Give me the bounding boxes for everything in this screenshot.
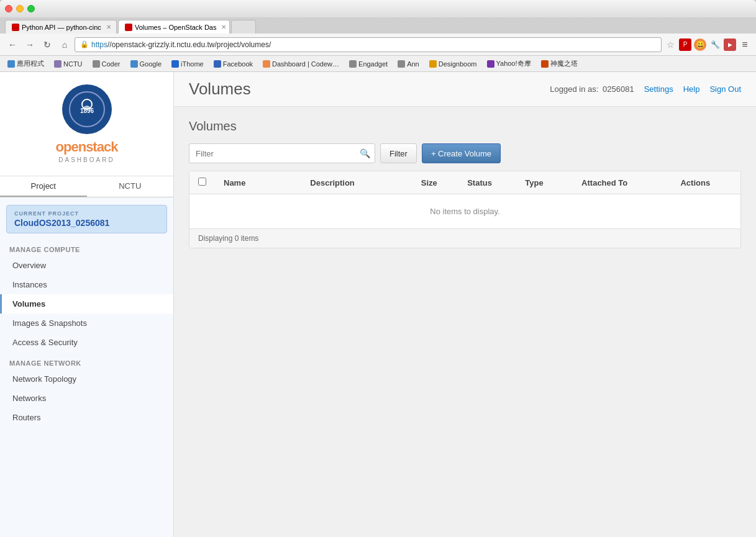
table-header-row: Name Description Size Status Type Attach… bbox=[189, 171, 740, 194]
minimize-button[interactable] bbox=[16, 5, 24, 12]
col-header-actions: Actions bbox=[672, 171, 740, 194]
sidebar-tabs: Project NCTU bbox=[0, 176, 173, 197]
tab-label-2: Volumes – OpenStack Das bbox=[135, 24, 216, 31]
openstack-logo-svg: 1896 bbox=[68, 91, 106, 128]
sidebar-item-network-topology-label: Network Topology bbox=[12, 374, 76, 384]
page-content: 1896 openstack DASHBOARD Project NCTU bbox=[0, 72, 756, 537]
bookmark-ann[interactable]: Ann bbox=[395, 59, 422, 69]
bookmark-engadget[interactable]: Engadget bbox=[347, 59, 390, 69]
current-project-label: CURRENT PROJECT bbox=[14, 210, 159, 217]
url-text: https//openstack-grizzly.it.nctu.edu.tw/… bbox=[91, 40, 271, 49]
sign-out-link[interactable]: Sign Out bbox=[709, 84, 741, 94]
browser-icon-4[interactable]: ▶ bbox=[724, 38, 736, 51]
col-header-check bbox=[189, 171, 215, 194]
sidebar: 1896 openstack DASHBOARD Project NCTU bbox=[0, 72, 174, 537]
tab-label-1: Python API — python-cinc bbox=[22, 24, 101, 31]
header-user-info: Logged in as: 0256081 Settings Help Sign… bbox=[550, 84, 741, 94]
bookmark-google[interactable]: Google bbox=[128, 59, 164, 69]
main-body: Volumes 🔍 Filter + Create Volume bbox=[174, 107, 756, 261]
help-link[interactable]: Help bbox=[683, 84, 700, 94]
openstack-brand-text: openstack bbox=[12, 139, 161, 155]
yahoo-icon bbox=[487, 60, 494, 68]
google-icon bbox=[130, 60, 138, 68]
browser-icon-1[interactable]: P bbox=[679, 38, 691, 51]
sidebar-item-networks-label: Networks bbox=[12, 394, 46, 403]
tab-favicon-2 bbox=[125, 24, 132, 31]
sidebar-item-network-topology[interactable]: Network Topology bbox=[0, 369, 173, 389]
tabs-bar: Python API — python-cinc ✕ Volumes – Ope… bbox=[0, 17, 756, 34]
bookmark-label-dashboard: Dashboard | Codew… bbox=[272, 60, 339, 68]
browser-icon-2[interactable]: 😀 bbox=[694, 38, 706, 51]
sidebar-item-volumes[interactable]: Volumes bbox=[0, 294, 173, 314]
sidebar-item-networks[interactable]: Networks bbox=[0, 389, 173, 408]
bookmark-label-engadget: Engadget bbox=[358, 60, 388, 68]
section-title: Volumes bbox=[189, 119, 741, 133]
sidebar-item-volumes-label: Volumes bbox=[12, 299, 45, 309]
bookmark-ithome[interactable]: iThome bbox=[169, 59, 206, 69]
bookmarks-bar: 應用程式 NCTU Coder Google iThome Facebook D… bbox=[0, 56, 756, 72]
dashboard-icon bbox=[263, 60, 270, 68]
browser-tab-2[interactable]: Volumes – OpenStack Das ✕ bbox=[118, 20, 230, 34]
create-volume-button[interactable]: + Create Volume bbox=[422, 143, 501, 163]
main-header: Volumes Logged in as: 0256081 Settings H… bbox=[174, 72, 756, 107]
tab-close-1[interactable]: ✕ bbox=[106, 24, 111, 30]
close-button[interactable] bbox=[5, 5, 12, 12]
bookmark-label-coder: Coder bbox=[102, 60, 121, 68]
sidebar-item-images-snapshots[interactable]: Images & Snapshots bbox=[0, 314, 173, 333]
bookmark-label-yahoo: Yahoo!奇摩 bbox=[496, 59, 531, 68]
tab-close-2[interactable]: ✕ bbox=[221, 24, 226, 30]
back-button[interactable]: ← bbox=[5, 37, 20, 52]
bookmark-label-google: Google bbox=[140, 60, 162, 68]
address-bar[interactable]: 🔒 https//openstack-grizzly.it.nctu.edu.t… bbox=[75, 37, 662, 52]
filter-input[interactable] bbox=[189, 143, 375, 163]
openstack-logo-circle: 1896 bbox=[62, 84, 112, 134]
new-tab-button[interactable] bbox=[231, 20, 256, 34]
bookmark-shenmotower[interactable]: 神魔之塔 bbox=[539, 58, 580, 70]
browser-tab-1[interactable]: Python API — python-cinc ✕ bbox=[5, 20, 117, 34]
refresh-button[interactable]: ↻ bbox=[40, 37, 55, 52]
bookmark-dashboard[interactable]: Dashboard | Codew… bbox=[260, 59, 342, 69]
filter-button[interactable]: Filter bbox=[380, 143, 417, 163]
sidebar-item-routers[interactable]: Routers bbox=[0, 408, 173, 427]
search-icon: 🔍 bbox=[360, 148, 370, 158]
sidebar-item-access-security-label: Access & Security bbox=[12, 338, 78, 347]
manage-compute-title: Manage Compute bbox=[0, 238, 173, 256]
sidebar-item-instances-label: Instances bbox=[12, 280, 47, 289]
url-rest: //openstack-grizzly.it.nctu.edu.tw/proje… bbox=[107, 40, 271, 49]
sidebar-tab-nctu[interactable]: NCTU bbox=[87, 176, 174, 197]
sidebar-item-overview[interactable]: Overview bbox=[0, 256, 173, 275]
sidebar-tab-project[interactable]: Project bbox=[0, 176, 87, 197]
settings-link[interactable]: Settings bbox=[644, 84, 673, 94]
col-header-attached-to: Attached To bbox=[573, 171, 672, 194]
bookmark-label-facebook: Facebook bbox=[223, 60, 253, 68]
bookmark-designboom[interactable]: Designboom bbox=[427, 59, 480, 69]
bookmark-apps[interactable]: 應用程式 bbox=[5, 58, 47, 70]
bookmark-nctu[interactable]: NCTU bbox=[52, 59, 85, 69]
maximize-button[interactable] bbox=[27, 5, 35, 12]
browser-toolbar-icons: P 😀 🔧 ▶ ≡ bbox=[679, 38, 751, 51]
main-area: Volumes Logged in as: 0256081 Settings H… bbox=[174, 72, 756, 537]
sidebar-item-instances[interactable]: Instances bbox=[0, 275, 173, 294]
bookmark-label-ithome: iThome bbox=[181, 60, 204, 68]
browser-icon-3[interactable]: 🔧 bbox=[709, 38, 721, 51]
table-empty-row: No items to display. bbox=[189, 194, 740, 229]
current-project-block: CURRENT PROJECT CloudOS2013_0256081 bbox=[6, 205, 167, 233]
sidebar-logo: 1896 openstack DASHBOARD bbox=[0, 72, 173, 176]
home-button[interactable]: ⌂ bbox=[57, 37, 72, 52]
menu-icon[interactable]: ≡ bbox=[739, 38, 751, 51]
forward-button[interactable]: → bbox=[22, 37, 37, 52]
col-header-status: Status bbox=[458, 171, 516, 194]
sidebar-item-access-security[interactable]: Access & Security bbox=[0, 333, 173, 352]
bookmark-yahoo[interactable]: Yahoo!奇摩 bbox=[485, 58, 534, 70]
table-header: Name Description Size Status Type Attach… bbox=[189, 171, 740, 194]
select-all-checkbox[interactable] bbox=[198, 178, 206, 186]
volumes-toolbar: 🔍 Filter + Create Volume bbox=[189, 143, 741, 163]
username-text: 0256081 bbox=[603, 84, 634, 94]
logged-in-as-label: Logged in as: 0256081 bbox=[550, 84, 634, 94]
bookmark-coder[interactable]: Coder bbox=[90, 59, 123, 69]
sidebar-tab-project-label: Project bbox=[31, 181, 56, 191]
bookmark-star-icon[interactable]: ☆ bbox=[664, 40, 676, 50]
bookmark-label-ann: Ann bbox=[407, 60, 419, 68]
filter-input-wrap: 🔍 bbox=[189, 143, 375, 163]
bookmark-facebook[interactable]: Facebook bbox=[211, 59, 255, 69]
